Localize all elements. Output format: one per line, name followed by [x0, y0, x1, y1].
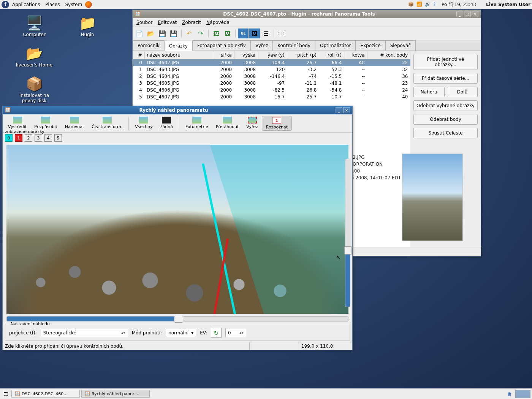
- col-height[interactable]: výška: [234, 51, 258, 59]
- tab-crop[interactable]: Výřez: [250, 40, 273, 51]
- desktop-icon-install[interactable]: 📦 Instalovat na pevný disk: [15, 76, 53, 103]
- remove-images-button[interactable]: Odebrat vybrané obrázky: [413, 100, 478, 111]
- table-row[interactable]: 5DSC_4607.JPG2000300815,725,710,7--40: [133, 93, 410, 100]
- ev-spinner[interactable]: 0▲▼: [225, 329, 246, 337]
- straighten-button[interactable]: Narovnat: [61, 116, 88, 131]
- image-chip-5[interactable]: 5: [54, 134, 62, 142]
- image-chip-1[interactable]: 1: [15, 134, 22, 142]
- menu-help[interactable]: Nápověda: [204, 19, 232, 26]
- preview-vfov-slider[interactable]: [345, 159, 350, 307]
- tab-assistant[interactable]: Pomocník: [133, 40, 165, 51]
- fullscreen-button[interactable]: ⛶: [276, 28, 287, 38]
- col-cp[interactable]: # kon. body: [367, 51, 410, 59]
- col-pitch[interactable]: pitch (p): [287, 51, 319, 59]
- trash-icon[interactable]: 🗑: [505, 390, 514, 398]
- applications-menu[interactable]: Applications: [10, 1, 42, 8]
- network-tray-icon[interactable]: 📶: [416, 2, 423, 8]
- add-single-button[interactable]: Přidat jednotlivé obrázky...: [413, 54, 478, 70]
- fit-button[interactable]: Přizpůsobit: [30, 116, 61, 131]
- close-button[interactable]: ×: [472, 11, 478, 17]
- ev-reset-button[interactable]: ↻: [211, 328, 222, 338]
- hugin-titlebar[interactable]: 🪟 DSC_4602-DSC_4607.pto - Hugin - rozhra…: [133, 10, 481, 18]
- col-yaw[interactable]: yaw (y): [258, 51, 287, 59]
- show-desktop-button[interactable]: 🗔: [2, 390, 10, 398]
- gl-preview-button[interactable]: GL: [238, 28, 249, 38]
- undo-button[interactable]: ↶: [184, 28, 195, 38]
- move-up-button[interactable]: Nahoru: [413, 87, 445, 97]
- col-roll[interactable]: roll (r): [319, 51, 344, 59]
- tab-images[interactable]: Obrázky: [164, 41, 193, 51]
- image-chip-4[interactable]: 4: [44, 134, 52, 142]
- photometry-button[interactable]: Fotometrie: [182, 116, 212, 131]
- gnome-top-panel: f Applications Places System 📦 📶 🔊 ᛒ Po …: [0, 0, 532, 9]
- new-button[interactable]: 📄: [134, 28, 145, 38]
- preview-hfov-slider[interactable]: [6, 316, 348, 321]
- bluetooth-tray-icon[interactable]: ᛒ: [433, 2, 439, 8]
- system-menu[interactable]: System: [63, 1, 84, 8]
- projection-select[interactable]: Stereografické▲▼: [41, 329, 128, 337]
- add-image-button[interactable]: 🖼: [211, 28, 222, 38]
- identify-button[interactable]: 1Rozpoznat: [262, 116, 292, 131]
- table-row[interactable]: 1DSC_4603.JPG20003008120-3,252,3--32: [133, 66, 410, 73]
- save-as-button[interactable]: 💾: [168, 28, 179, 38]
- desktop-icon-home[interactable]: 📂 liveuser's Home: [15, 46, 53, 68]
- run-celeste-button[interactable]: Spustit Celeste: [413, 128, 478, 138]
- desktop-icon-computer[interactable]: 🖥️ Computer: [15, 15, 53, 37]
- tab-exposure[interactable]: Expozice: [355, 40, 385, 51]
- open-button[interactable]: 📂: [146, 28, 156, 38]
- fedora-icon[interactable]: f: [2, 1, 9, 8]
- menu-edit[interactable]: Editovat: [155, 19, 179, 26]
- col-anchor[interactable]: kotva: [344, 51, 367, 59]
- image-chip-3[interactable]: 3: [35, 134, 42, 142]
- move-down-button[interactable]: Dolů: [447, 87, 478, 97]
- clock[interactable]: Po říj 19, 23:43: [442, 2, 476, 7]
- images-table[interactable]: # název souboru šířka výška yaw (y) pitc…: [133, 51, 410, 100]
- cp-list-button[interactable]: ☰: [261, 28, 271, 38]
- taskbar-hugin[interactable]: 🪟 DSC_4602-DSC_460...: [11, 390, 80, 398]
- volume-tray-icon[interactable]: 🔊: [425, 2, 431, 8]
- menu-file[interactable]: Soubor: [134, 19, 155, 26]
- add-series-button[interactable]: 🖼: [222, 28, 233, 38]
- taskbar-preview[interactable]: 🪟 Rychlý náhled panor...: [81, 390, 150, 398]
- update-tray-icon[interactable]: 📦: [408, 2, 414, 8]
- hugin-bottom-scrollbar[interactable]: [353, 247, 481, 255]
- firefox-icon[interactable]: [85, 1, 92, 8]
- add-series-button[interactable]: Přidat časové série...: [413, 73, 478, 84]
- user-menu[interactable]: Live System User: [486, 2, 530, 7]
- save-button[interactable]: 💾: [157, 28, 168, 38]
- blend-mode-select[interactable]: normální▼: [166, 329, 196, 337]
- center-button[interactable]: Vystředit: [4, 116, 30, 131]
- preview-button[interactable]: 🖼: [249, 28, 260, 38]
- table-row[interactable]: 4DSC_4606.JPG20003008-82,526,8-54,8--24: [133, 87, 410, 93]
- drag-button[interactable]: Přetáhnout: [212, 116, 243, 131]
- col-index[interactable]: #: [133, 51, 145, 59]
- tab-camera[interactable]: Fotoaparát a objektiv: [192, 40, 251, 51]
- col-filename[interactable]: název souboru: [144, 51, 213, 59]
- maximize-button[interactable]: □: [464, 11, 471, 17]
- preview-titlebar[interactable]: 🪟 Rychlý náhled panoramatu _ ×: [3, 106, 352, 114]
- remove-points-button[interactable]: Odebrat body: [413, 114, 478, 125]
- menu-view[interactable]: Zobrazit: [180, 19, 203, 26]
- image-chip-0[interactable]: 0: [5, 134, 13, 142]
- crop-button[interactable]: Výřez: [242, 116, 262, 131]
- places-menu[interactable]: Places: [43, 1, 62, 8]
- panorama-canvas[interactable]: [6, 145, 348, 314]
- show-all-button[interactable]: Všechny: [131, 116, 157, 131]
- tab-optimizer[interactable]: Optimalizátor: [315, 40, 356, 51]
- minimize-button[interactable]: _: [336, 107, 342, 113]
- workspace-switcher[interactable]: [515, 390, 530, 398]
- image-chip-2[interactable]: 2: [25, 134, 32, 142]
- redo-button[interactable]: ↷: [195, 28, 206, 38]
- close-button[interactable]: ×: [343, 107, 350, 113]
- tab-control-points[interactable]: Kontrolní body: [272, 40, 315, 51]
- col-width[interactable]: šířka: [213, 51, 234, 59]
- show-none-button[interactable]: žádná: [157, 116, 177, 131]
- minimize-button[interactable]: _: [456, 11, 463, 17]
- tab-stitcher[interactable]: Slepovač: [385, 40, 416, 51]
- table-row[interactable]: 0DSC_4602.JPG20003008109,426,766,4AC22: [133, 59, 410, 66]
- status-hint: Zde klikněte pro přidání či úpravu kontr…: [3, 342, 250, 350]
- table-row[interactable]: 3DSC_4605.JPG20003008-97-11,1-48,1--23: [133, 80, 410, 87]
- desktop-icon-hugin[interactable]: 📁 Hugin: [68, 15, 106, 37]
- table-row[interactable]: 2DSC_4604.JPG20003008-146,4-74-15,5--36: [133, 73, 410, 80]
- num-transform-button[interactable]: Čís. transform.: [88, 116, 126, 131]
